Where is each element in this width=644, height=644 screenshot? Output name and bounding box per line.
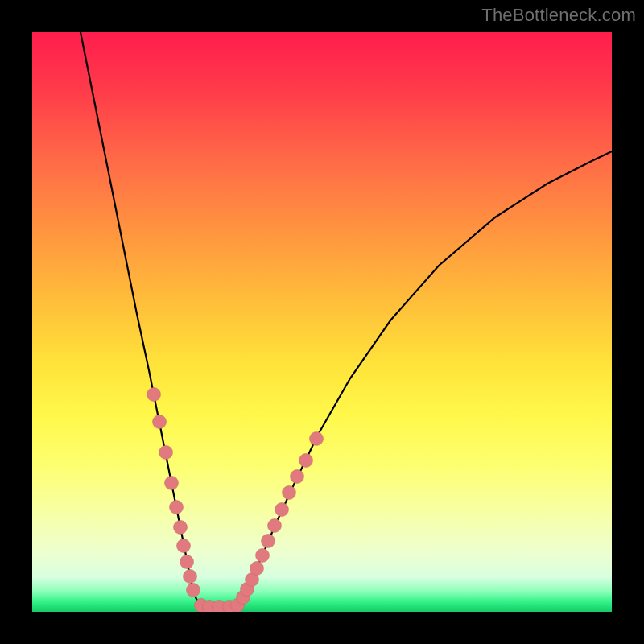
dots-flat-min — [195, 599, 245, 613]
data-dot — [153, 415, 167, 429]
curve-right-branch — [237, 151, 612, 605]
data-dot — [187, 584, 200, 597]
data-dot — [268, 519, 282, 533]
dots-right-branch — [237, 432, 324, 605]
data-dot — [177, 539, 191, 553]
data-dot — [159, 446, 173, 460]
data-dot — [174, 521, 188, 535]
plot-area — [32, 32, 612, 612]
chart-svg — [32, 32, 612, 612]
watermark-text: TheBottleneck.com — [481, 5, 636, 26]
chart-frame: TheBottleneck.com — [0, 0, 644, 644]
data-dot — [310, 432, 324, 446]
data-dot — [180, 555, 194, 569]
data-dot — [170, 501, 184, 514]
data-dot — [262, 535, 275, 548]
data-dot — [147, 388, 161, 402]
data-dot — [283, 486, 296, 500]
data-dot — [291, 470, 304, 484]
data-dot — [165, 477, 179, 490]
data-dot — [184, 570, 197, 584]
curve-left-branch — [80, 32, 201, 605]
data-dot — [256, 549, 270, 563]
data-dot — [299, 454, 313, 468]
data-dot — [275, 503, 289, 517]
data-dot — [250, 562, 264, 576]
